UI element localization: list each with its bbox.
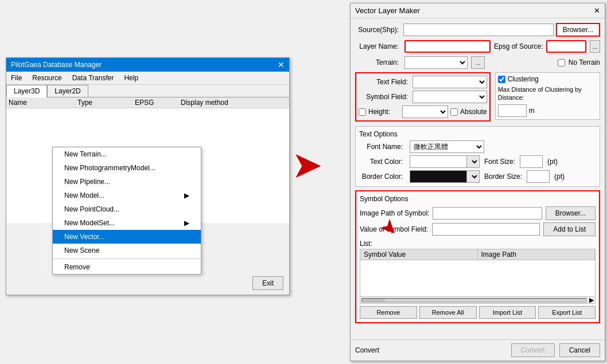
scrollbar-thumb	[362, 299, 385, 302]
menu-help[interactable]: Help	[122, 73, 141, 83]
font-name-label: Font Name:	[359, 143, 405, 151]
ctx-new-pipeline[interactable]: New Pipeline...	[53, 175, 201, 189]
symbol-field-label: Symbol Field:	[359, 93, 410, 101]
font-size-input[interactable]: 16	[520, 155, 543, 168]
convert-button[interactable]: Convert	[511, 343, 555, 357]
symbol-browser-button[interactable]: Browser...	[546, 206, 596, 220]
db-menu-bar: File Resource Data Transfer Help	[6, 72, 289, 85]
col-epsg: EPSG	[135, 99, 181, 107]
cluster-unit: m	[529, 107, 535, 115]
border-size-input[interactable]: 3	[527, 170, 550, 183]
terrain-row: Terrain: ... No Terrain	[355, 56, 600, 69]
menu-resource[interactable]: Resource	[30, 73, 64, 83]
no-terrain-checkbox[interactable]	[558, 59, 565, 66]
tab-layer2d[interactable]: Layer2D	[47, 85, 88, 97]
context-separator	[53, 259, 201, 259]
list-label-row: List:	[360, 240, 596, 248]
ctx-new-photogrammetry[interactable]: New PhotogrammetryModel...	[53, 161, 201, 175]
db-manager-window: PilotGaea Database Manager ✕ File Resour…	[6, 57, 290, 295]
menu-data-transfer[interactable]: Data Transfer	[70, 73, 116, 83]
symbol-options-section: Symbol Options Image Path of Symbol: Bro…	[355, 190, 600, 323]
source-label: Source(Shp):	[355, 26, 401, 34]
height-row: Height: Absolute	[359, 105, 487, 118]
clustering-checkbox[interactable]	[498, 76, 505, 83]
text-options-section: Text Options Font Name: 微軟正黑體 Text Color…	[355, 126, 600, 187]
absolute-checkbox[interactable]	[450, 108, 458, 116]
symbol-list-body	[360, 260, 596, 297]
cancel-button[interactable]: Cancel	[559, 343, 600, 357]
source-browser-button[interactable]: Browser...	[556, 23, 600, 37]
text-field-row: Text Field:	[359, 76, 487, 88]
vlm-title-text: Vector Layer Maker	[355, 6, 420, 15]
import-list-button[interactable]: Import List	[479, 306, 536, 319]
text-field-box: Text Field: Symbol Field: Height: Absolu…	[355, 72, 491, 122]
text-field-select[interactable]	[413, 76, 487, 88]
symbol-buttons-row: Remove Remove All Import List Export Lis…	[360, 306, 596, 319]
border-size-label: Border Size:	[484, 173, 522, 181]
text-color-dropdown[interactable]	[467, 155, 480, 168]
border-color-label: Border Color:	[359, 173, 405, 181]
db-manager-close-icon[interactable]: ✕	[278, 60, 285, 69]
symbol-scrollbar[interactable]: ▶	[360, 297, 596, 304]
epsg-label: Epsg of Source:	[494, 42, 543, 50]
table-header: Name Type EPSG Display method	[6, 97, 289, 108]
height-checkbox[interactable]	[359, 108, 366, 116]
remove-all-button[interactable]: Remove All	[419, 306, 477, 319]
db-footer: Exit	[252, 276, 283, 290]
context-menu: New Terrain... New PhotogrammetryModel..…	[52, 147, 201, 275]
border-size-pt: (pt)	[554, 173, 565, 181]
layer-name-input[interactable]	[404, 40, 491, 53]
vlm-close-icon[interactable]: ✕	[594, 6, 600, 15]
source-input[interactable]	[403, 24, 554, 36]
ctx-new-pointcloud[interactable]: New PointCloud...	[53, 202, 201, 216]
ctx-new-model[interactable]: New Model... ▶	[53, 189, 201, 202]
image-path-input[interactable]	[433, 207, 542, 220]
height-select[interactable]	[402, 105, 448, 118]
symbol-value-input[interactable]	[432, 223, 540, 236]
layername-epsg-row: Layer Name: Epsg of Source: 4326 ...	[355, 40, 600, 53]
col-display: Display method	[181, 99, 287, 107]
right-arrow-icon: ➤	[291, 144, 322, 186]
ctx-new-vector[interactable]: New Vector...	[53, 230, 201, 244]
convert-buttons: Convert Cancel	[511, 343, 600, 357]
tab-layer3d[interactable]: Layer3D	[6, 85, 47, 97]
font-size-pt: (pt)	[547, 158, 558, 166]
cluster-distance-label: Max Distance of Clustering by Distance:	[498, 85, 597, 102]
scrollbar-track	[361, 298, 587, 303]
epsg-input[interactable]: 4326	[546, 40, 586, 53]
terrain-dots-button[interactable]: ...	[471, 56, 485, 69]
scroll-right-arrow[interactable]: ▶	[589, 296, 594, 304]
text-color-label: Text Color:	[359, 158, 405, 166]
text-color-row: Text Color: Font Size: 16 (pt)	[359, 155, 596, 168]
vlm-content: Source(Shp): Browser... Layer Name: Epsg…	[351, 18, 605, 331]
font-name-select[interactable]: 微軟正黑體	[410, 140, 484, 153]
terrain-select[interactable]	[404, 56, 468, 69]
height-label: Height:	[368, 108, 400, 116]
cluster-distance-input[interactable]: 200	[498, 104, 527, 117]
vlm-panel: Vector Layer Maker ✕ Source(Shp): Browse…	[350, 3, 605, 361]
clustering-box: Clustering Max Distance of Clustering by…	[495, 72, 600, 120]
ctx-remove[interactable]: Remove	[53, 260, 201, 274]
font-size-label: Font Size:	[484, 158, 515, 166]
epsg-dots-button[interactable]: ...	[590, 40, 600, 53]
submenu-arrow2: ▶	[184, 219, 189, 227]
add-to-list-button[interactable]: Add to List	[543, 222, 596, 236]
clustering-checkbox-row: Clustering	[498, 75, 597, 83]
ctx-new-modelset[interactable]: New ModelSet... ▶	[53, 216, 201, 230]
remove-button[interactable]: Remove	[360, 306, 417, 319]
menu-file[interactable]: File	[9, 73, 24, 83]
cluster-distance-row: 200 m	[498, 104, 597, 117]
symbol-field-select[interactable]	[413, 91, 487, 103]
col-name: Name	[9, 99, 77, 107]
layer-name-label: Layer Name:	[355, 42, 401, 50]
border-color-dropdown[interactable]	[467, 170, 480, 183]
ctx-new-terrain[interactable]: New Terrain...	[53, 147, 201, 161]
ctx-new-scene[interactable]: New Scene	[53, 244, 201, 257]
export-list-button[interactable]: Export List	[538, 306, 596, 319]
col-image-path: Image Path	[478, 249, 596, 260]
clustering-label: Clustering	[508, 75, 539, 83]
terrain-label: Terrain:	[355, 58, 401, 66]
exit-button[interactable]: Exit	[252, 276, 283, 290]
no-terrain-label: No Terrain	[569, 58, 600, 66]
symbol-options-title: Symbol Options	[360, 195, 596, 203]
